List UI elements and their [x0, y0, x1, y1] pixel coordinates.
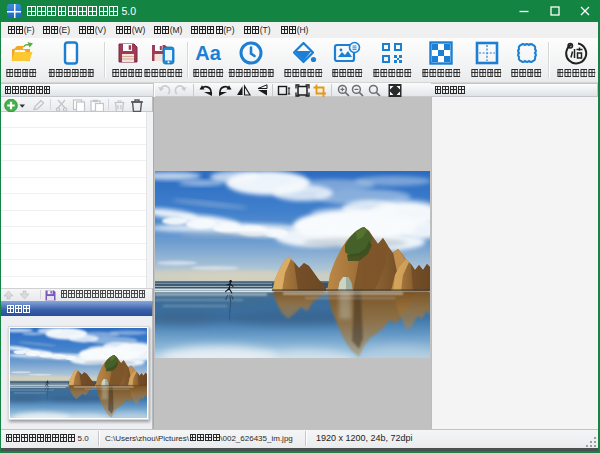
svg-text:Aa: Aa	[195, 42, 221, 64]
